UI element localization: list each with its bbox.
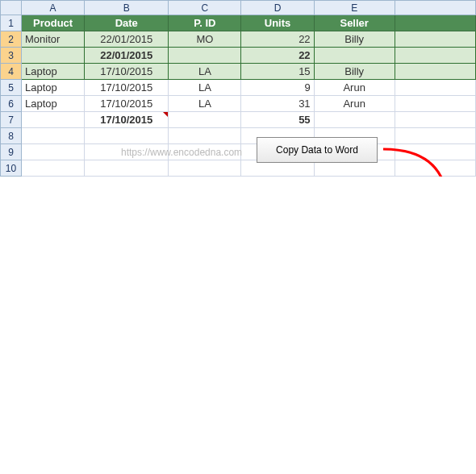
row-header-7[interactable]: 7 bbox=[1, 112, 22, 128]
cell-C10[interactable] bbox=[169, 160, 241, 177]
cell-A10[interactable] bbox=[22, 160, 85, 177]
cell-A8[interactable] bbox=[22, 128, 85, 144]
cell-A3[interactable] bbox=[22, 48, 85, 64]
cell-D5[interactable]: 9 bbox=[241, 80, 314, 96]
cell-D3[interactable]: 22 bbox=[241, 48, 314, 64]
cell-C8[interactable] bbox=[169, 128, 241, 144]
cell-C2[interactable]: MO bbox=[169, 31, 241, 48]
cell-D6[interactable]: 31 bbox=[241, 96, 314, 112]
cell-A2[interactable]: Monitor bbox=[22, 31, 85, 48]
row-header-5[interactable]: 5 bbox=[1, 80, 22, 96]
column-header-C[interactable]: C bbox=[169, 1, 241, 15]
cell-C1[interactable]: P. ID bbox=[169, 15, 241, 31]
cell-D1[interactable]: Units bbox=[241, 15, 314, 31]
column-header-B[interactable]: B bbox=[85, 1, 169, 15]
cell-C6[interactable]: LA bbox=[169, 96, 241, 112]
cell-F8[interactable] bbox=[395, 128, 475, 144]
cell-B7[interactable]: 17/10/2015 bbox=[85, 112, 169, 128]
cell-B6[interactable]: 17/10/2015 bbox=[85, 96, 169, 112]
cell-F5[interactable] bbox=[395, 80, 475, 96]
cell-F9[interactable] bbox=[395, 144, 475, 160]
cell-E1[interactable]: Seller bbox=[314, 15, 395, 31]
cell-B3[interactable]: 22/01/2015 bbox=[85, 48, 169, 64]
column-header-A[interactable]: A bbox=[22, 1, 85, 15]
cell-F4[interactable] bbox=[395, 64, 475, 80]
row-header-10[interactable]: 10 bbox=[1, 160, 22, 177]
cell-B4[interactable]: 17/10/2015 bbox=[85, 64, 169, 80]
cell-C7[interactable] bbox=[169, 112, 241, 128]
cell-E3[interactable] bbox=[314, 48, 395, 64]
cell-D2[interactable]: 22 bbox=[241, 31, 314, 48]
cell-F2[interactable] bbox=[395, 31, 475, 48]
watermark-text: https://www.encodedna.com bbox=[121, 147, 242, 158]
row-header-8[interactable]: 8 bbox=[1, 128, 22, 144]
cell-E7[interactable] bbox=[314, 112, 395, 128]
select-all-corner[interactable] bbox=[1, 1, 22, 15]
cell-A1[interactable]: Product bbox=[22, 15, 85, 31]
cell-B2[interactable]: 22/01/2015 bbox=[85, 31, 169, 48]
cell-D7[interactable]: 55 bbox=[241, 112, 314, 128]
cell-A5[interactable]: Laptop bbox=[22, 80, 85, 96]
cell-A6[interactable]: Laptop bbox=[22, 96, 85, 112]
cell-B10[interactable] bbox=[85, 160, 169, 177]
row-header-1[interactable]: 1 bbox=[1, 15, 22, 31]
cell-F1[interactable] bbox=[395, 15, 475, 31]
cell-C3[interactable] bbox=[169, 48, 241, 64]
cell-E5[interactable]: Arun bbox=[314, 80, 395, 96]
copy-data-to-word-button[interactable]: Copy Data to Word bbox=[257, 137, 378, 163]
cell-B5[interactable]: 17/10/2015 bbox=[85, 80, 169, 96]
cell-A4[interactable]: Laptop bbox=[22, 64, 85, 80]
cell-F10[interactable] bbox=[395, 160, 475, 177]
row-header-9[interactable]: 9 bbox=[1, 144, 22, 160]
column-header-D[interactable]: D bbox=[241, 1, 314, 15]
column-header-E[interactable]: E bbox=[314, 1, 395, 15]
cell-E4[interactable]: Billy bbox=[314, 64, 395, 80]
cell-E2[interactable]: Billy bbox=[314, 31, 395, 48]
cell-F7[interactable] bbox=[395, 112, 475, 128]
cell-E6[interactable]: Arun bbox=[314, 96, 395, 112]
row-header-3[interactable]: 3 bbox=[1, 48, 22, 64]
cell-D4[interactable]: 15 bbox=[241, 64, 314, 80]
cell-A7[interactable] bbox=[22, 112, 85, 128]
cell-F3[interactable] bbox=[395, 48, 475, 64]
column-header-blank[interactable] bbox=[395, 1, 475, 15]
cell-B1[interactable]: Date bbox=[85, 15, 169, 31]
cell-A9[interactable] bbox=[22, 144, 85, 160]
row-header-6[interactable]: 6 bbox=[1, 96, 22, 112]
cell-F6[interactable] bbox=[395, 96, 475, 112]
row-header-4[interactable]: 4 bbox=[1, 64, 22, 80]
row-header-2[interactable]: 2 bbox=[1, 31, 22, 48]
cell-B8[interactable] bbox=[85, 128, 169, 144]
cell-C4[interactable]: LA bbox=[169, 64, 241, 80]
cell-C5[interactable]: LA bbox=[169, 80, 241, 96]
